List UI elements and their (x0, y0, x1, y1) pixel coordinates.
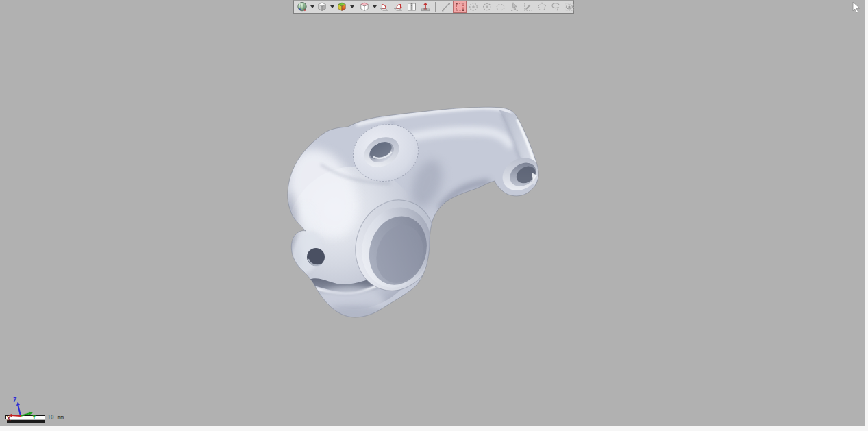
polygon-select-button[interactable] (535, 1, 549, 13)
pull-arrow-icon (420, 1, 431, 12)
globe-icon (297, 1, 308, 12)
part-model (281, 107, 545, 322)
ellipse-select-button[interactable] (480, 1, 494, 13)
circle-select-button[interactable] (467, 1, 480, 13)
lasso-select-button[interactable] (549, 1, 562, 13)
pointer-lasso-select-button[interactable] (508, 1, 521, 13)
analysis-cube-button[interactable] (335, 1, 349, 13)
cube-rainbow-icon (336, 1, 347, 12)
line-select-button[interactable] (439, 1, 453, 13)
section-half-button[interactable] (391, 1, 405, 13)
analysis-cube-dropdown[interactable] (349, 1, 355, 13)
circle-crosshair-icon (468, 1, 479, 12)
svg-text:Y: Y (32, 414, 36, 421)
lasso-icon (550, 1, 561, 12)
model-canvas[interactable] (281, 96, 548, 322)
section-quarter-icon (379, 1, 390, 12)
app-window: { "window": { "viewport_background_color… (0, 0, 868, 431)
chevron-down-icon (310, 5, 314, 8)
shaded-cube-dropdown[interactable] (329, 1, 335, 13)
section-half-icon (393, 1, 404, 12)
pen-select-button[interactable] (521, 1, 535, 13)
window-right-edge (865, 0, 868, 431)
x-axis: X (7, 414, 21, 423)
arc-select-button[interactable] (494, 1, 508, 13)
pull-direction-button[interactable] (419, 1, 432, 13)
chevron-down-icon (350, 5, 354, 8)
pointer-lasso-icon (509, 1, 520, 12)
rectangle-select-button[interactable] (453, 1, 467, 13)
window-bottom-edge (0, 426, 868, 431)
chevron-down-icon (330, 5, 334, 8)
z-axis: Z (13, 397, 21, 416)
cube-shaded-icon (317, 1, 327, 12)
mouse-cursor (852, 1, 861, 13)
chevron-down-icon (373, 5, 377, 8)
clipping-planes-button[interactable] (405, 1, 419, 13)
section-quarter-button[interactable] (377, 1, 391, 13)
axis-triad: Z Y X (3, 395, 51, 426)
y-axis: Y (21, 412, 36, 421)
shaded-globe-button[interactable] (295, 1, 309, 13)
section-box-button[interactable] (358, 1, 371, 13)
toolbar-separator (435, 2, 436, 12)
view-toolbar (293, 0, 574, 14)
svg-text:X: X (7, 415, 11, 422)
visibility-filter-button[interactable] (562, 1, 576, 13)
clipping-planes-icon (406, 1, 417, 12)
svg-text:Z: Z (13, 397, 17, 404)
eye-icon (564, 1, 575, 12)
arc-icon (495, 1, 506, 12)
line-icon (441, 1, 451, 12)
ellipse-crosshair-icon (482, 1, 493, 12)
pen-box-icon (523, 1, 534, 12)
shaded-globe-dropdown[interactable] (309, 1, 315, 13)
shaded-cube-button[interactable] (315, 1, 329, 13)
rectangle-marquee-icon (454, 1, 465, 12)
cube-section-face-icon (359, 1, 370, 12)
section-box-dropdown[interactable] (371, 1, 377, 13)
polygon-icon (536, 1, 547, 12)
